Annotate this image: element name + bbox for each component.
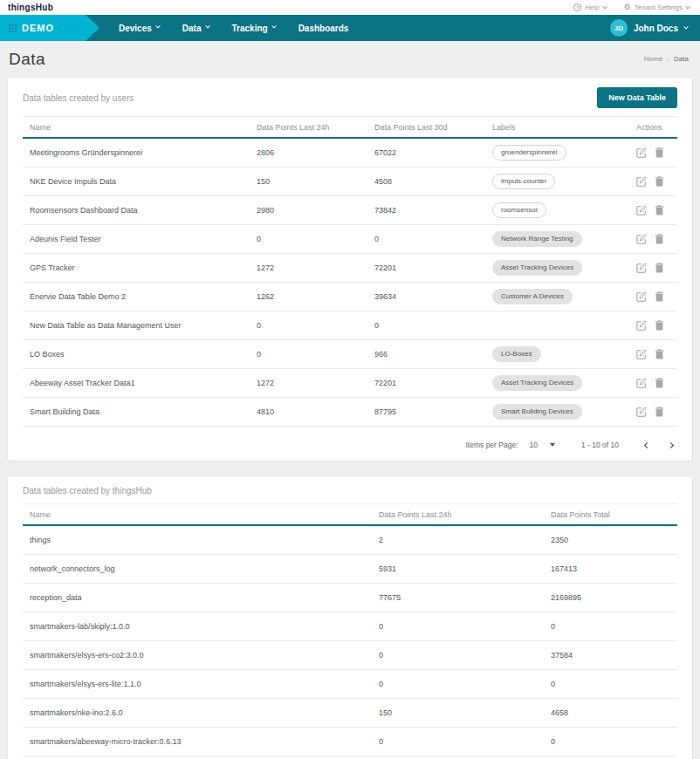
edit-icon[interactable] (636, 147, 647, 158)
edit-icon[interactable] (636, 349, 647, 359)
breadcrumb-home[interactable]: Home (644, 55, 662, 63)
table-name-cell: reception_data (23, 593, 372, 602)
delete-icon[interactable] (655, 234, 664, 244)
tenant-name: DEMO (22, 23, 54, 33)
label-chip: gruenderspinnerei (492, 145, 566, 161)
table-name-cell: New Data Table as Data Management User (23, 321, 250, 330)
table-name-cell: Adeunis Field Tester (23, 235, 250, 243)
chevron-right-icon (668, 441, 674, 448)
table-row: smartmakers/elsys-ers-co2:3.0.0 0 37584 (23, 641, 677, 670)
points-30d-cell: 0 (367, 235, 485, 243)
table-name-cell: Meetingrooms Gründerspinnerei (23, 148, 250, 157)
nav-item-tracking[interactable]: Tracking (232, 24, 276, 33)
table-name-cell: smartmakers-lab/skiply:1.0.0 (23, 622, 372, 631)
label-chip: Asset Tracking Devices (492, 375, 582, 391)
table-header-row: Name Data Points Last 24h Data Points To… (23, 503, 677, 526)
edit-icon[interactable] (636, 291, 647, 302)
table-row: smartmakers-lab/skiply:1.0.0 0 0 (23, 612, 677, 641)
tenant-settings-label: Tenant Settings (635, 3, 683, 11)
label-chip: roomsensor (492, 202, 546, 218)
points-30d-cell: 4508 (367, 177, 485, 186)
points-24h-cell: 0 (250, 235, 367, 243)
column-header-points-24h: Data Points Last 24h (250, 123, 367, 132)
page-title: Data (9, 50, 45, 69)
points-24h-cell: 2 (372, 536, 544, 544)
breadcrumb: Home › Data (644, 55, 689, 64)
edit-icon[interactable] (636, 263, 647, 273)
delete-icon[interactable] (655, 349, 664, 359)
points-24h-cell: 4810 (250, 407, 367, 416)
table-name-cell: Abeeway Asset Tracker Data1 (23, 379, 250, 387)
table-name-cell: smartmakers/elsys-ers-lite:1.1.0 (23, 680, 372, 688)
table-row: Adeunis Field Tester 0 0 Network Range T… (23, 225, 677, 254)
user-name: John Docs (634, 24, 678, 33)
chevron-down-icon (155, 24, 161, 29)
delete-icon[interactable] (655, 320, 664, 331)
nav-item-devices[interactable]: Devices (119, 24, 160, 33)
table-name-cell: NKE Device Impuls Data (23, 177, 250, 186)
table-row: reception_data 77675 2169895 (23, 584, 677, 612)
tenant-selector[interactable]: DEMO (0, 15, 100, 41)
table-name-cell: Roomsensors Dashboard Data (23, 206, 250, 215)
table-name-cell: Enervie Data Table Demo 2 (23, 292, 250, 301)
delete-icon[interactable] (655, 205, 664, 215)
card-title: Data tables created by thingsHub (23, 486, 152, 496)
points-24h-cell: 1272 (250, 263, 367, 272)
nav-item-data[interactable]: Data (182, 24, 209, 33)
column-header-name: Name (23, 123, 250, 132)
delete-icon[interactable] (655, 147, 664, 158)
points-30d-cell: 0 (367, 321, 485, 330)
items-per-page-select[interactable]: 10 (530, 441, 555, 449)
previous-page-button[interactable] (645, 443, 649, 448)
points-24h-cell: 2806 (250, 148, 367, 157)
help-icon: ? (573, 3, 581, 11)
breadcrumb-separator: › (667, 55, 669, 64)
edit-icon[interactable] (636, 378, 647, 388)
table-name-cell: smartmakers/abeeway-micro-tracker:0.6.13 (23, 737, 372, 746)
table-name-cell: Smart Building Data (23, 407, 250, 416)
chevron-down-icon (205, 24, 210, 29)
points-24h-cell: 0 (372, 622, 544, 631)
table-name-cell: network_connectors_log (23, 564, 372, 573)
delete-icon[interactable] (655, 378, 664, 388)
table-name-cell: GPS Tracker (23, 263, 250, 272)
chevron-left-icon (644, 441, 650, 448)
topbar: thingsHub ? Help ⚙ Tenant Settings (0, 0, 700, 15)
user-menu[interactable]: JD John Docs (610, 19, 688, 37)
edit-icon[interactable] (636, 234, 647, 244)
new-data-table-button[interactable]: New Data Table (597, 87, 677, 108)
delete-icon[interactable] (655, 407, 664, 417)
points-total-cell: 4658 (544, 708, 679, 717)
points-30d-cell: 73842 (367, 206, 485, 215)
edit-icon[interactable] (636, 320, 647, 331)
delete-icon[interactable] (655, 291, 664, 302)
column-header-points-24h: Data Points Last 24h (372, 510, 544, 519)
delete-icon[interactable] (655, 176, 664, 187)
points-24h-cell: 5931 (372, 564, 544, 573)
table-name-cell: smartmakers/nke-ino:2.6.0 (23, 708, 372, 717)
edit-icon[interactable] (636, 176, 647, 187)
points-total-cell: 2350 (544, 536, 679, 544)
points-total-cell: 0 (544, 680, 679, 688)
help-menu[interactable]: ? Help (573, 3, 606, 11)
delete-icon[interactable] (655, 263, 664, 273)
nav-item-dashboards[interactable]: Dashboards (299, 24, 349, 33)
user-tables-card: Data tables created by users New Data Ta… (7, 77, 693, 462)
points-24h-cell: 0 (372, 651, 544, 660)
label-chip: Asset Tracking Devices (492, 260, 582, 276)
app-logo[interactable]: thingsHub (8, 3, 53, 12)
help-label: Help (585, 3, 599, 11)
table-row: GPS Tracker 1272 72201 Asset Tracking De… (23, 254, 677, 283)
label-chip: LO-Boxes (492, 346, 541, 362)
chevron-down-icon (602, 3, 607, 9)
edit-icon[interactable] (636, 205, 647, 215)
points-total-cell: 2169895 (544, 593, 679, 602)
points-24h-cell: 0 (250, 350, 367, 359)
tenant-settings-menu[interactable]: ⚙ Tenant Settings (624, 3, 690, 11)
edit-icon[interactable] (636, 407, 647, 417)
card-title: Data tables created by users (23, 93, 134, 103)
next-page-button[interactable] (669, 443, 673, 448)
table-row: network_connectors_log 5931 167413 (23, 555, 677, 584)
column-header-actions: Actions (629, 123, 677, 132)
user-tables-table: Name Data Points Last 24h Data Points La… (23, 116, 677, 427)
